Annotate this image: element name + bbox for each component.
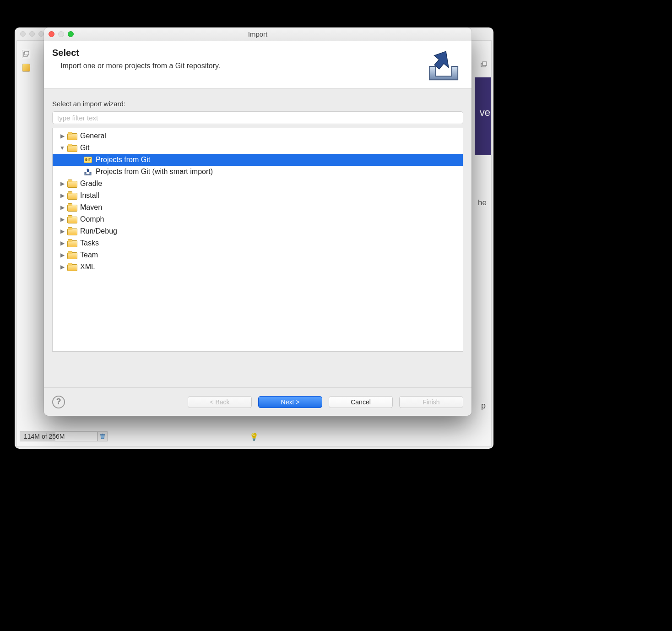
page-scrollbar[interactable] (666, 55, 672, 311)
disclosure-closed-icon[interactable]: ▶ (59, 204, 65, 211)
tree-folder[interactable]: ▶XML (53, 261, 463, 273)
tree-folder[interactable]: ▶General (53, 130, 463, 142)
zoom-window-button[interactable] (68, 31, 74, 37)
disclosure-spacer (76, 169, 82, 175)
banner-heading: Select (52, 48, 220, 58)
tree-label: XML (80, 263, 95, 271)
tree-folder[interactable]: ▶Oomph (53, 213, 463, 225)
disclosure-closed-icon[interactable]: ▶ (59, 264, 65, 270)
tree-folder[interactable]: ▼Git (53, 142, 463, 154)
next-button[interactable]: Next > (258, 396, 322, 408)
import-project-icon (84, 168, 92, 175)
close-window-button[interactable] (49, 31, 54, 37)
background-text-he: he (478, 198, 487, 207)
tree-label: Projects from Git (96, 156, 150, 164)
tree-item[interactable]: GITProjects from Git (53, 154, 463, 166)
disclosure-closed-icon[interactable]: ▶ (59, 228, 65, 234)
back-button: < Back (188, 396, 252, 408)
tree-label: Tasks (80, 239, 99, 247)
parent-left-toolbar (17, 47, 35, 72)
parent-min-dot[interactable] (29, 31, 35, 37)
cancel-button[interactable]: Cancel (329, 396, 393, 408)
disclosure-open-icon[interactable]: ▼ (59, 145, 65, 151)
tree-label: Run/Debug (80, 227, 117, 235)
dialog-content: Select an import wizard: ▶General▼Git GI… (44, 89, 471, 387)
tree-item[interactable]: Projects from Git (with smart import) (53, 166, 463, 178)
tree-label: Gradle (80, 180, 102, 188)
tree-label: Git (80, 144, 89, 152)
filter-label: Select an import wizard: (52, 100, 463, 108)
tree-label: Projects from Git (with smart import) (96, 168, 213, 176)
svg-rect-4 (100, 435, 105, 435)
tree-label: Maven (80, 203, 102, 212)
heap-status-widget[interactable]: 114M of 256M (20, 431, 98, 441)
tree-folder[interactable]: ▶Tasks (53, 237, 463, 249)
svg-rect-1 (25, 51, 29, 55)
folder-icon (67, 263, 76, 271)
tree-folder[interactable]: ▶Maven (53, 201, 463, 213)
parent-max-dot[interactable] (38, 31, 44, 37)
disclosure-closed-icon[interactable]: ▶ (59, 252, 65, 258)
tree-folder[interactable]: ▶Team (53, 249, 463, 261)
tree-folder[interactable]: ▶Run/Debug (53, 225, 463, 237)
welcome-panel-peek: ve (475, 77, 491, 155)
heap-status-text: 114M of 256M (20, 433, 65, 440)
run-gc-button[interactable] (98, 431, 108, 441)
folder-icon (67, 180, 76, 187)
parent-close-dot[interactable] (20, 31, 26, 37)
tree-label: Oomph (80, 215, 104, 223)
svg-rect-3 (482, 62, 487, 65)
restore-editor-icon[interactable] (480, 61, 488, 68)
junit-view-icon[interactable] (22, 64, 30, 72)
finish-button: Finish (399, 396, 463, 408)
tip-bulb-icon[interactable]: 💡 (249, 432, 259, 441)
wizard-tree[interactable]: ▶General▼Git GITProjects from Git Projec… (52, 128, 463, 352)
minimize-window-button (58, 31, 64, 37)
folder-icon (67, 132, 76, 140)
background-text-p: p (481, 401, 486, 411)
folder-icon (67, 144, 76, 152)
disclosure-closed-icon[interactable]: ▶ (59, 240, 65, 246)
tree-label: Team (80, 251, 98, 259)
disclosure-closed-icon[interactable]: ▶ (59, 216, 65, 223)
scrollbar-thumb[interactable] (667, 183, 671, 302)
tree-label: General (80, 132, 106, 140)
folder-icon (67, 192, 76, 199)
disclosure-spacer (76, 157, 82, 163)
tree-label: Install (80, 191, 99, 200)
import-wizard-icon (426, 49, 461, 82)
svg-rect-5 (102, 434, 103, 435)
tree-folder[interactable]: ▶Gradle (53, 178, 463, 190)
folder-icon (67, 216, 76, 223)
filter-input[interactable] (52, 111, 463, 124)
restore-view-icon[interactable] (22, 50, 30, 58)
traffic-lights (49, 31, 74, 37)
folder-icon (67, 228, 76, 235)
dialog-banner: Select Import one or more projects from … (44, 41, 471, 89)
git-icon: GIT (84, 157, 92, 163)
folder-icon (67, 204, 76, 211)
dialog-footer: ? < Back Next > Cancel Finish (44, 387, 471, 416)
dialog-titlebar[interactable]: Import (44, 27, 471, 41)
folder-icon (67, 251, 76, 259)
parent-traffic-lights (20, 31, 44, 37)
disclosure-closed-icon[interactable]: ▶ (59, 192, 65, 199)
banner-description: Import one or more projects from a Git r… (60, 62, 220, 70)
tree-folder[interactable]: ▶Install (53, 190, 463, 201)
disclosure-closed-icon[interactable]: ▶ (59, 133, 65, 139)
help-button[interactable]: ? (52, 396, 65, 408)
disclosure-closed-icon[interactable]: ▶ (59, 180, 65, 187)
import-dialog: Import Select Import one or more project… (44, 27, 471, 416)
folder-icon (67, 239, 76, 247)
dialog-title: Import (248, 30, 268, 38)
